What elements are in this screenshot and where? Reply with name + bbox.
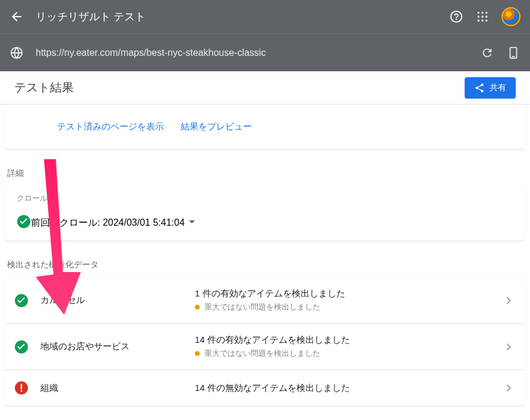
chevron-right-icon xyxy=(501,293,516,308)
apps-button[interactable] xyxy=(475,10,490,24)
device-button[interactable] xyxy=(506,46,520,60)
account-avatar[interactable] xyxy=(501,7,520,26)
help-button[interactable] xyxy=(449,10,463,24)
item-name: 組織 xyxy=(40,383,195,394)
item-warning: 重大ではない問題を検出しました xyxy=(195,302,501,312)
svg-rect-18 xyxy=(21,390,22,391)
url-input[interactable] xyxy=(36,48,468,58)
detected-items-card: カルーセル 1 件の有効なアイテムを検出しました 重大ではない問題を検出しました… xyxy=(5,277,525,406)
svg-point-6 xyxy=(485,15,487,17)
chevron-right-icon xyxy=(501,340,516,354)
svg-point-3 xyxy=(485,12,487,14)
status-ok-icon xyxy=(14,293,29,308)
detected-section-label: 検出された構造化データ xyxy=(5,255,525,277)
help-icon xyxy=(450,10,463,23)
url-globe-icon xyxy=(10,46,24,60)
preview-results-link[interactable]: 結果をプレビュー xyxy=(181,121,252,132)
svg-point-0 xyxy=(451,11,462,22)
status-ok-icon xyxy=(17,214,31,231)
details-section-label: 詳細 xyxy=(5,163,525,186)
svg-point-7 xyxy=(478,20,479,21)
app-header: リッチリザルト テスト xyxy=(0,0,530,33)
item-name: 地域のお店やサービス xyxy=(40,341,195,352)
detected-item-organization[interactable]: 組織 14 件の無効なアイテムを検出しました xyxy=(5,370,525,406)
svg-point-8 xyxy=(481,20,483,21)
crawl-row[interactable]: 前回のクロール: 2024/03/01 5:41:04 xyxy=(14,207,516,238)
status-error-icon xyxy=(14,381,29,395)
arrow-left-icon xyxy=(10,10,24,24)
svg-point-1 xyxy=(478,12,479,14)
crawl-text: 前回のクロール: 2024/03/01 5:41:04 xyxy=(31,217,185,229)
url-bar xyxy=(0,33,530,71)
expand-icon xyxy=(185,214,199,231)
svg-point-9 xyxy=(485,20,487,21)
svg-rect-17 xyxy=(21,384,22,390)
detected-item-local-business[interactable]: 地域のお店やサービス 14 件の有効なアイテムを検出しました 重大ではない問題を… xyxy=(5,324,525,370)
results-title: テスト結果 xyxy=(14,80,465,96)
item-summary: 14 件の無効なアイテムを検出しました xyxy=(195,383,501,394)
share-button[interactable]: 共有 xyxy=(465,77,516,99)
refresh-icon xyxy=(481,46,494,59)
view-tested-page-link[interactable]: テスト済みのページを表示 xyxy=(57,121,164,132)
crawl-label: クロール xyxy=(17,193,516,204)
smartphone-icon xyxy=(507,46,520,59)
app-title: リッチリザルト テスト xyxy=(36,10,437,24)
results-header: テスト結果 共有 xyxy=(0,71,530,105)
svg-point-5 xyxy=(481,15,483,17)
detected-item-carousel[interactable]: カルーセル 1 件の有効なアイテムを検出しました 重大ではない問題を検出しました xyxy=(5,277,525,323)
svg-point-4 xyxy=(478,15,479,17)
chevron-right-icon xyxy=(501,381,516,395)
crawl-card: クロール 前回のクロール: 2024/03/01 5:41:04 xyxy=(5,186,525,241)
svg-point-2 xyxy=(481,12,483,14)
actions-card: テスト済みのページを表示 結果をプレビュー xyxy=(5,105,525,149)
apps-grid-icon xyxy=(477,11,488,23)
item-summary: 14 件の有効なアイテムを検出しました xyxy=(195,334,501,346)
refresh-button[interactable] xyxy=(480,46,494,60)
item-name: カルーセル xyxy=(40,295,195,306)
status-ok-icon xyxy=(14,340,29,354)
item-summary: 1 件の有効なアイテムを検出しました xyxy=(195,288,501,299)
share-icon xyxy=(474,83,485,93)
item-warning: 重大ではない問題を検出しました xyxy=(195,348,501,359)
back-button[interactable] xyxy=(10,10,24,24)
share-label: 共有 xyxy=(490,83,506,93)
